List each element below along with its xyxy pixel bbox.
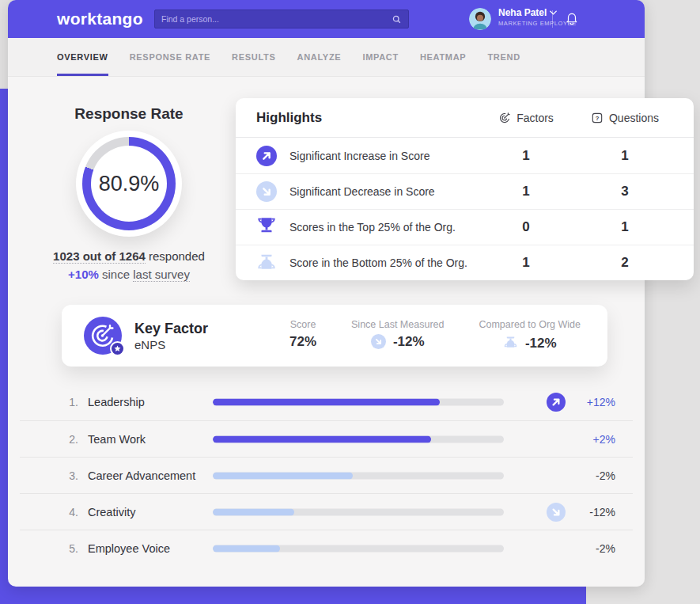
questions-column-header: ? Questions xyxy=(570,112,679,124)
highlight-row-decrease[interactable]: Significant Decrease in Score 1 3 xyxy=(236,173,694,209)
response-rate-delta-line: +10% since last survey xyxy=(40,268,218,281)
score-bar xyxy=(213,435,504,443)
factors-count: 0 xyxy=(482,219,570,235)
tab-bar: OVERVIEW RESPONSE RATE RESULTS ANALYZE I… xyxy=(8,38,645,77)
increase-icon xyxy=(256,146,277,166)
factor-row-creativity[interactable]: 4. Creativity -12% xyxy=(20,493,633,530)
star-badge-icon xyxy=(110,341,125,356)
factor-change: -2% xyxy=(560,469,615,482)
response-rate-title: Response Rate xyxy=(40,105,218,123)
factor-name: Team Work xyxy=(88,433,146,446)
factors-count: 1 xyxy=(482,148,570,164)
decrease-icon xyxy=(256,181,277,202)
compared-value: -12% xyxy=(525,336,557,351)
tab-results[interactable]: RESULTS xyxy=(232,38,275,76)
factor-row-leadership[interactable]: 1. Leadership +12% xyxy=(20,384,633,420)
header-divider xyxy=(552,10,553,28)
questions-count: 1 xyxy=(570,219,679,235)
tab-analyze[interactable]: ANALYZE xyxy=(297,38,342,76)
trophy-top-icon xyxy=(256,215,277,236)
questions-count: 2 xyxy=(570,255,679,271)
user-name: Neha Patel xyxy=(498,7,547,18)
tab-overview[interactable]: OVERVIEW xyxy=(57,38,108,76)
factor-name: Leadership xyxy=(88,396,145,408)
question-icon: ? xyxy=(591,112,604,124)
key-factor-target-icon xyxy=(84,317,122,355)
chevron-down-icon[interactable] xyxy=(550,10,557,15)
trophy-bottom-icon xyxy=(503,334,518,349)
key-factor-name: eNPS xyxy=(134,338,261,351)
notification-bell-icon[interactable] xyxy=(565,10,579,26)
factors-count: 1 xyxy=(482,255,570,271)
key-factor-card[interactable]: Key Factor eNPS Score 72% Since Last Mea… xyxy=(62,305,607,367)
factors-count: 1 xyxy=(482,184,570,199)
tab-trend[interactable]: TREND xyxy=(487,38,520,76)
factor-change: -2% xyxy=(560,542,615,555)
worktango-logo: worktango xyxy=(57,9,143,28)
last-survey-link[interactable]: last survey xyxy=(133,268,190,282)
factor-name: Employee Voice xyxy=(88,542,170,555)
highlight-row-increase[interactable]: Significant Increase in Score 1 1 xyxy=(236,138,694,173)
score-value: 72% xyxy=(289,334,316,350)
main-content: Response Rate 80.9% 1023 out of 1264 res… xyxy=(8,77,645,587)
target-icon xyxy=(498,112,511,124)
search-icon[interactable] xyxy=(392,14,402,25)
responded-count[interactable]: 1023 out of 1264 xyxy=(53,249,146,264)
factor-change: +2% xyxy=(560,433,615,446)
avatar[interactable] xyxy=(469,8,491,30)
factor-row-employee-voice[interactable]: 5. Employee Voice -2% xyxy=(20,530,633,566)
key-factor-stats: Score 72% Since Last Measured -12% Compa… xyxy=(289,319,585,353)
response-rate-donut: 80.9% xyxy=(76,131,182,237)
factor-name: Career Advancement xyxy=(88,469,195,482)
highlight-row-bottom25[interactable]: Score in the Bottom 25% of the Org. 1 2 xyxy=(236,245,694,280)
svg-text:?: ? xyxy=(596,114,600,121)
decrease-icon xyxy=(371,334,386,349)
donut-ring: 80.9% xyxy=(82,137,176,230)
factor-change: +12% xyxy=(560,396,615,408)
response-rate-section: Response Rate 80.9% 1023 out of 1264 res… xyxy=(40,105,218,281)
app-window: worktango Neha Patel MARKETING EMPL xyxy=(8,0,645,587)
questions-count: 3 xyxy=(570,184,679,199)
search-input[interactable] xyxy=(161,14,392,24)
score-bar xyxy=(213,399,504,406)
since-value: -12% xyxy=(393,334,425,350)
score-stat: Score 72% xyxy=(289,319,316,353)
factor-change: -12% xyxy=(560,506,615,519)
score-bar xyxy=(213,508,504,515)
highlights-card: Highlights Factors ? Questions xyxy=(236,98,694,280)
factor-row-team-work[interactable]: 2. Team Work +2% xyxy=(20,420,633,457)
since-last-measured-stat: Since Last Measured -12% xyxy=(351,319,444,353)
questions-count: 1 xyxy=(570,148,679,164)
score-bar xyxy=(213,472,504,479)
response-rate-percent: 80.9% xyxy=(99,172,160,196)
factor-name: Creativity xyxy=(88,506,135,519)
factors-column-header: Factors xyxy=(482,112,570,124)
trophy-bottom-icon xyxy=(256,251,277,272)
person-search-box[interactable] xyxy=(154,9,409,28)
top-header-bar: worktango Neha Patel MARKETING EMPL xyxy=(8,0,645,38)
tab-impact[interactable]: IMPACT xyxy=(362,38,399,76)
delta-value: +10% xyxy=(68,268,99,281)
key-factor-title: Key Factor xyxy=(134,321,261,337)
factor-row-career-advancement[interactable]: 3. Career Advancement -2% xyxy=(20,457,633,493)
factor-ranking-list: 1. Leadership +12% 2. Team Work +2% xyxy=(20,384,633,566)
highlights-title: Highlights xyxy=(256,110,482,126)
highlight-row-top25[interactable]: Scores in the Top 25% of the Org. 0 1 xyxy=(236,209,694,245)
compared-org-wide-stat: Compared to Org Wide -12% xyxy=(479,319,581,353)
responded-count-line: 1023 out of 1264 responded xyxy=(40,249,218,263)
tab-response-rate[interactable]: RESPONSE RATE xyxy=(130,38,210,76)
score-bar xyxy=(213,545,504,552)
tab-heatmap[interactable]: HEATMAP xyxy=(420,38,466,76)
highlights-header: Highlights Factors ? Questions xyxy=(236,98,694,138)
